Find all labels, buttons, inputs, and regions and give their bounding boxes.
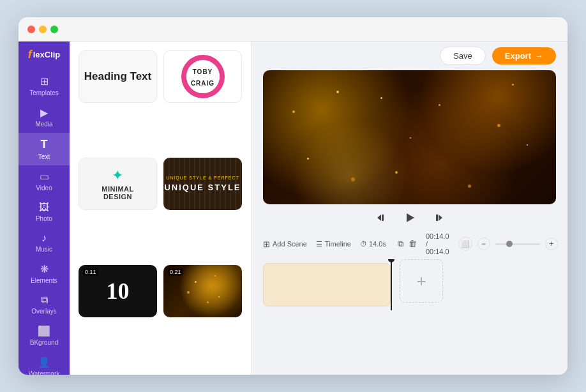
sidebar-label-elements: Elements xyxy=(31,277,57,284)
sidebar-item-text[interactable]: T Text xyxy=(19,133,70,165)
sidebar-item-overlays[interactable]: ⧉ Overlays xyxy=(19,289,70,320)
sidebar-label-text: Text xyxy=(38,153,50,160)
toby-logo: TOBY CRAIG xyxy=(181,55,225,98)
save-button[interactable]: Save xyxy=(440,47,486,65)
export-arrow-icon: → xyxy=(535,51,543,61)
sidebar-item-watermark[interactable]: 👤 Watermark xyxy=(19,351,70,375)
timeline-label: Timeline xyxy=(325,240,351,248)
duration-value: 14.0s xyxy=(369,240,386,248)
toolbar-top: Save Export → xyxy=(252,41,567,70)
heading-text-label: Heading Text xyxy=(84,70,151,83)
scene-area xyxy=(263,259,392,310)
add-scene-label: Add Scene xyxy=(273,240,307,248)
music-icon: ♪ xyxy=(41,232,47,244)
photo-icon: 🖼 xyxy=(39,202,49,213)
sidebar-item-video[interactable]: ▭ Video xyxy=(19,165,70,197)
sidebar-label-music: Music xyxy=(36,246,52,253)
scene-thumbnail[interactable] xyxy=(263,263,391,306)
unique-label: UNIQUE STYLE & PERFECT UNIQUE STYLE xyxy=(164,176,241,193)
sidebar-item-elements[interactable]: ❋ Elements xyxy=(19,258,70,289)
close-dot[interactable] xyxy=(27,26,35,33)
svg-rect-4 xyxy=(436,215,438,221)
zoom-thumb[interactable] xyxy=(506,241,513,247)
svg-marker-0 xyxy=(377,215,381,221)
play-button[interactable] xyxy=(403,211,417,225)
zoom-fit-button[interactable]: ⬜ xyxy=(458,237,472,251)
overlays-icon: ⧉ xyxy=(41,294,48,306)
titlebar xyxy=(19,17,567,41)
svg-marker-2 xyxy=(407,213,414,222)
template-grid: Heading Text TOBY CRAIG ✦ xyxy=(70,41,251,375)
zoom-controls: ⬜ − + xyxy=(458,237,558,251)
template-card-video2[interactable]: 0:21 xyxy=(163,265,242,317)
template-panel: Heading Text TOBY CRAIG ✦ xyxy=(70,41,252,375)
svg-rect-1 xyxy=(382,215,384,221)
sidebar-label-media: Media xyxy=(35,121,52,128)
export-button[interactable]: Export → xyxy=(492,47,556,64)
minimal-icon: ✦ xyxy=(112,167,123,183)
export-label: Export xyxy=(505,51,531,61)
template-card-unique[interactable]: UNIQUE STYLE & PERFECT UNIQUE STYLE xyxy=(163,158,242,210)
svg-marker-3 xyxy=(439,215,442,221)
sidebar-item-photo[interactable]: 🖼 Photo xyxy=(19,197,70,227)
maximize-dot[interactable] xyxy=(50,26,58,33)
sidebar-label-overlays: Overlays xyxy=(31,308,56,315)
unique-subtitle: UNIQUE STYLE & PERFECT xyxy=(164,176,241,180)
toby-name: TOBY CRAIG xyxy=(191,68,214,87)
playhead xyxy=(391,259,392,310)
sidebar-label-watermark: Watermark xyxy=(29,370,60,375)
timeline-duration: ⏱ 14.0s xyxy=(360,240,386,248)
video-icon: ▭ xyxy=(40,170,49,183)
app-logo: f lexClip xyxy=(28,48,61,61)
time-display: 00:14.0 / 00:14.0 xyxy=(426,232,449,255)
bkground-icon: ⬜ xyxy=(38,325,50,337)
zoom-out-button[interactable]: − xyxy=(477,237,490,250)
app-window: f lexClip ⊞ Templates ▶ Media T Text ▭ V… xyxy=(19,17,567,375)
sidebar-label-templates: Templates xyxy=(29,89,59,96)
template-card-heading[interactable]: Heading Text xyxy=(79,50,157,103)
sidebar-label-bkground: BKground xyxy=(30,339,58,346)
scene-row xyxy=(263,259,392,310)
timeline-button[interactable]: ☰ Timeline xyxy=(316,240,351,248)
toby-ring: TOBY CRAIG xyxy=(181,55,225,98)
template-card-minimal[interactable]: ✦ MINIMALDESIGN xyxy=(79,158,157,210)
add-scene-icon: ⊞ xyxy=(263,239,270,249)
skip-back-button[interactable] xyxy=(376,212,387,223)
template-card-toby[interactable]: TOBY CRAIG xyxy=(163,50,242,103)
sidebar-item-music[interactable]: ♪ Music xyxy=(19,227,70,258)
media-icon: ▶ xyxy=(40,107,48,119)
skip-forward-button[interactable] xyxy=(432,212,444,223)
video1-timestamp: 0:11 xyxy=(83,268,98,276)
logo-text: lexClip xyxy=(33,50,61,59)
scenes-panel: + xyxy=(252,259,567,375)
delete-icon[interactable]: 🗑 xyxy=(409,239,417,249)
sidebar-label-photo: Photo xyxy=(36,215,52,222)
zoom-in-button[interactable]: + xyxy=(545,237,558,250)
timeline-action-icons: ⧉ 🗑 xyxy=(398,239,417,249)
sidebar-item-templates[interactable]: ⊞ Templates xyxy=(19,70,70,102)
clock-icon: ⏱ xyxy=(360,240,367,248)
video-preview: Film Studio Presents xyxy=(263,70,556,204)
add-scene-button[interactable]: ⊞ Add Scene xyxy=(263,239,307,249)
watermark-icon: 👤 xyxy=(38,356,50,368)
right-panel: Save Export → xyxy=(252,41,567,375)
sidebar-item-bkground[interactable]: ⬜ BKground xyxy=(19,320,70,351)
text-icon: T xyxy=(41,138,48,151)
add-scene-plus-button[interactable]: + xyxy=(400,259,443,303)
sidebar-item-media[interactable]: ▶ Media xyxy=(19,102,70,133)
sidebar: f lexClip ⊞ Templates ▶ Media T Text ▭ V… xyxy=(19,41,70,375)
timeline-icon: ☰ xyxy=(316,240,322,248)
video1-number: 10 xyxy=(107,278,130,305)
template-card-video1[interactable]: 0:11 10 xyxy=(79,265,157,317)
minimize-dot[interactable] xyxy=(39,26,47,33)
templates-icon: ⊞ xyxy=(40,75,49,87)
copy-icon[interactable]: ⧉ xyxy=(398,239,403,249)
minimal-inner: ✦ MINIMALDESIGN xyxy=(101,167,134,200)
sidebar-label-video: Video xyxy=(36,185,52,192)
minimal-label: MINIMALDESIGN xyxy=(101,185,134,200)
logo-icon: f xyxy=(28,48,32,61)
window-controls xyxy=(27,26,58,33)
playback-controls xyxy=(252,204,567,229)
video2-timestamp: 0:21 xyxy=(168,268,183,276)
zoom-slider xyxy=(495,243,540,245)
